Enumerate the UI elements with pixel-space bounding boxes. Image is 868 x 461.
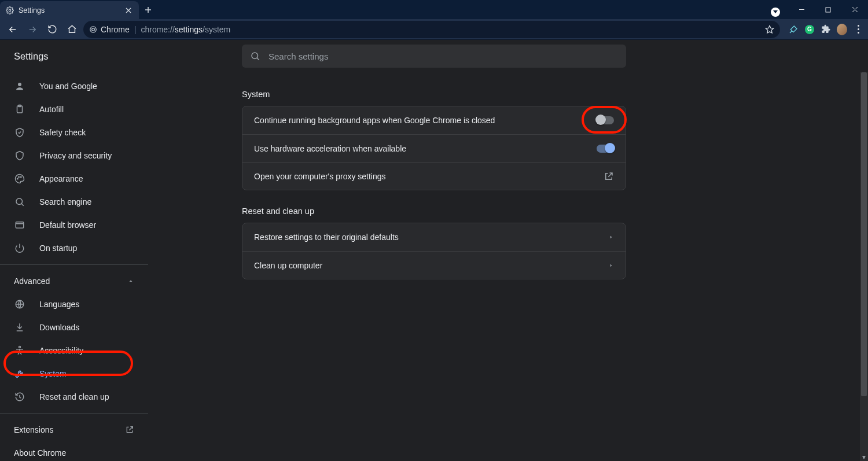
- sidebar-item-appearance[interactable]: Appearance: [0, 167, 148, 190]
- sidebar-separator: [0, 413, 148, 414]
- window-minimize-button[interactable]: [788, 0, 815, 19]
- sidebar-about-link[interactable]: About Chrome: [0, 441, 148, 461]
- sidebar-item-on-startup[interactable]: On startup: [0, 237, 148, 260]
- reload-button[interactable]: [44, 21, 60, 38]
- row-background-apps[interactable]: Continue running background apps when Go…: [242, 106, 626, 134]
- sidebar-item-label: Safety check: [39, 128, 86, 137]
- sidebar-item-label: Privacy and security: [39, 151, 112, 160]
- chrome-icon: [89, 25, 97, 34]
- sidebar-extensions-label: Extensions: [14, 425, 53, 434]
- palette-icon: [14, 173, 25, 185]
- sidebar-item-languages[interactable]: Languages: [0, 293, 148, 316]
- forward-button[interactable]: [24, 21, 41, 38]
- omnibox-separator: |: [134, 25, 137, 34]
- open-in-new-icon: [125, 425, 134, 434]
- svg-point-2: [90, 26, 97, 32]
- sidebar-item-label: You and Google: [39, 82, 97, 91]
- sidebar-item-label: Reset and clean up: [39, 392, 109, 401]
- svg-point-0: [9, 9, 11, 12]
- sidebar-item-default-browser[interactable]: Default browser: [0, 213, 148, 237]
- sidebar-item-reset[interactable]: Reset and clean up: [0, 385, 148, 408]
- search-icon: [14, 196, 25, 208]
- sidebar-item-label: Appearance: [39, 174, 83, 183]
- section-title-reset: Reset and clean up: [242, 190, 868, 223]
- toggle-background-apps[interactable]: [597, 116, 614, 124]
- sidebar-item-downloads[interactable]: Downloads: [0, 316, 148, 339]
- sidebar-item-label: Languages: [39, 300, 79, 309]
- svg-point-9: [19, 176, 20, 178]
- settings-sidebar: You and Google Autofill Safety check Pri…: [0, 40, 148, 461]
- sidebar-item-safety-check[interactable]: Safety check: [0, 121, 148, 144]
- row-cleanup-computer[interactable]: Clean up computer: [242, 251, 626, 279]
- extensions-puzzle-icon[interactable]: [821, 24, 831, 35]
- browser-tab[interactable]: Settings: [0, 1, 139, 19]
- window-close-button[interactable]: [841, 0, 868, 19]
- chevron-right-icon: [608, 263, 614, 268]
- row-restore-defaults[interactable]: Restore settings to their original defau…: [242, 223, 626, 251]
- gear-icon: [6, 6, 14, 14]
- close-tab-icon[interactable]: [124, 6, 133, 15]
- site-chip-label: Chrome: [101, 25, 130, 34]
- sidebar-item-label: Downloads: [39, 323, 79, 332]
- svg-point-10: [21, 176, 22, 178]
- home-button[interactable]: [64, 21, 80, 38]
- download-icon: [14, 322, 25, 333]
- toggle-hardware-accel[interactable]: [597, 145, 614, 153]
- profile-indicator-icon[interactable]: [771, 8, 780, 17]
- sidebar-item-autofill[interactable]: Autofill: [0, 98, 148, 121]
- window-controls: [771, 0, 868, 19]
- svg-point-4: [252, 53, 258, 59]
- vertical-scrollbar[interactable]: ▲ ▼: [860, 72, 868, 461]
- sidebar-separator: [0, 264, 148, 265]
- extensions-row: G: [784, 24, 863, 35]
- wrench-icon: [14, 368, 25, 379]
- sidebar-item-label: Autofill: [39, 105, 64, 114]
- chevron-right-icon: [608, 234, 614, 240]
- browser-icon: [14, 219, 25, 231]
- window-maximize-button[interactable]: [815, 0, 841, 19]
- extension-icon-2[interactable]: G: [804, 24, 815, 35]
- chevron-up-icon: [127, 278, 134, 285]
- sidebar-item-system[interactable]: System: [0, 362, 148, 385]
- profile-avatar[interactable]: [837, 24, 847, 35]
- row-proxy-settings[interactable]: Open your computer's proxy settings: [242, 162, 626, 190]
- tab-title: Settings: [19, 6, 45, 14]
- search-input[interactable]: [269, 51, 618, 61]
- sidebar-advanced-toggle[interactable]: Advanced: [0, 270, 148, 293]
- sidebar-about-label: About Chrome: [14, 448, 66, 458]
- page-title: Settings: [14, 51, 49, 62]
- settings-search[interactable]: [242, 45, 626, 68]
- sidebar-item-accessibility[interactable]: Accessibility: [0, 339, 148, 362]
- svg-point-3: [92, 28, 95, 31]
- bookmark-star-icon[interactable]: [765, 25, 774, 34]
- sidebar-item-label: On startup: [39, 244, 77, 253]
- sidebar-item-privacy[interactable]: Privacy and security: [0, 144, 148, 167]
- sidebar-item-search-engine[interactable]: Search engine: [0, 190, 148, 213]
- sidebar-extensions-link[interactable]: Extensions: [0, 418, 148, 441]
- reset-card: Restore settings to their original defau…: [242, 223, 626, 279]
- row-label: Restore settings to their original defau…: [254, 233, 399, 242]
- new-tab-button[interactable]: [139, 0, 157, 19]
- clipboard-icon: [14, 104, 25, 115]
- shield-icon: [14, 150, 25, 161]
- chrome-menu-button[interactable]: [853, 24, 863, 35]
- shield-check-icon: [14, 127, 25, 138]
- sidebar-advanced-label: Advanced: [14, 276, 50, 286]
- row-label: Clean up computer: [254, 261, 322, 270]
- settings-header: Settings: [0, 40, 860, 72]
- power-icon: [14, 242, 25, 254]
- site-chip: Chrome: [89, 25, 130, 34]
- scrollbar-thumb[interactable]: [861, 72, 867, 396]
- svg-point-14: [19, 346, 21, 348]
- row-hardware-accel[interactable]: Use hardware acceleration when available: [242, 134, 626, 162]
- row-label: Use hardware acceleration when available: [254, 144, 406, 153]
- scroll-down-icon[interactable]: ▼: [860, 453, 868, 461]
- row-label: Open your computer's proxy settings: [254, 172, 386, 181]
- back-button[interactable]: [5, 21, 21, 38]
- restore-icon: [14, 391, 25, 403]
- sidebar-item-you-and-google[interactable]: You and Google: [0, 75, 148, 98]
- svg-rect-1: [826, 8, 830, 12]
- settings-main: System Continue running background apps …: [148, 40, 868, 461]
- address-bar[interactable]: Chrome | chrome://settings/system: [83, 21, 780, 38]
- extension-icon-1[interactable]: [788, 24, 799, 35]
